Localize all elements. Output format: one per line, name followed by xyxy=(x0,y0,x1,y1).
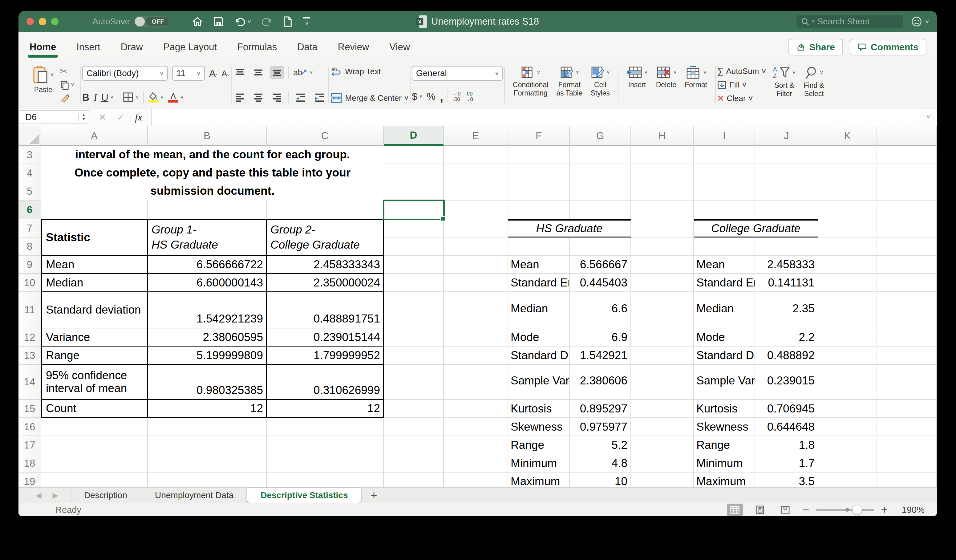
grid-cell[interactable] xyxy=(267,418,384,436)
stat-label[interactable]: Median xyxy=(41,274,148,292)
selected-cell-D6[interactable] xyxy=(383,200,445,220)
align-top-button[interactable] xyxy=(233,66,247,79)
format-as-table-button[interactable]: ˅ Formatas Table xyxy=(554,64,584,106)
output-value[interactable]: 2.2 xyxy=(755,328,818,346)
row-header-12[interactable]: 12 xyxy=(19,328,41,346)
zoom-percentage[interactable]: 190% xyxy=(897,505,925,515)
grid-cell[interactable] xyxy=(877,400,937,418)
grid-cell[interactable] xyxy=(818,400,877,418)
row-header-3[interactable]: 3 xyxy=(19,146,41,164)
grid-cell[interactable] xyxy=(384,292,444,328)
output-label[interactable]: Standard Error xyxy=(508,274,570,292)
grid-cell[interactable] xyxy=(631,346,694,365)
output-label[interactable]: Kurtosis xyxy=(694,400,755,418)
output-value[interactable]: 6.566667 xyxy=(570,256,631,274)
grid-cell[interactable] xyxy=(755,182,818,201)
grid-cell[interactable] xyxy=(267,472,384,487)
clear-button[interactable]: ✕Clear˅ xyxy=(717,93,766,104)
grid-cell[interactable] xyxy=(267,201,384,219)
output-value[interactable]: 0.445403 xyxy=(570,274,631,292)
zoom-slider[interactable] xyxy=(816,509,874,511)
output-value[interactable]: 1.542921 xyxy=(570,346,631,365)
row-header-11[interactable]: 11 xyxy=(19,292,41,328)
ribbon-tab-formulas[interactable]: Formulas xyxy=(237,38,277,56)
grid-cell[interactable] xyxy=(694,182,755,201)
grid-cell[interactable] xyxy=(444,346,508,365)
fill-color-button[interactable]: ˅ xyxy=(148,92,164,102)
grid-cell[interactable] xyxy=(444,400,508,418)
grid-cell[interactable] xyxy=(444,455,508,472)
ribbon-tab-page-layout[interactable]: Page Layout xyxy=(163,38,217,56)
align-bottom-button[interactable] xyxy=(270,66,284,79)
grid-cell[interactable] xyxy=(877,455,937,472)
grid-cell[interactable] xyxy=(631,182,694,201)
stat-value-group1[interactable]: 12 xyxy=(148,400,267,418)
grid-cell[interactable] xyxy=(384,346,444,365)
undo-button[interactable]: ˅ xyxy=(234,16,251,27)
grid-cell[interactable] xyxy=(508,201,570,219)
row-header-15[interactable]: 15 xyxy=(19,400,41,418)
font-color-button[interactable]: A˅ xyxy=(168,92,184,102)
stat-value-group2[interactable]: 2.350000024 xyxy=(267,274,384,292)
grid-cell[interactable] xyxy=(818,455,877,472)
grid-cell[interactable] xyxy=(818,274,877,292)
grid-cell[interactable] xyxy=(818,256,877,274)
stat-label[interactable]: 95% confidence interval of mean xyxy=(41,365,148,400)
output-label[interactable]: Standard Deviation xyxy=(508,346,570,365)
fullscreen-button[interactable] xyxy=(51,18,58,25)
grid-cell[interactable] xyxy=(444,164,508,182)
ribbon-tab-draw[interactable]: Draw xyxy=(120,38,143,56)
fill-button[interactable]: Fill˅ xyxy=(717,80,766,90)
column-header-K[interactable]: K xyxy=(818,126,877,146)
grid-cell[interactable] xyxy=(755,164,818,182)
grid-cell[interactable] xyxy=(508,146,570,164)
row-header-14[interactable]: 14 xyxy=(19,365,41,400)
redo-icon[interactable] xyxy=(261,16,272,27)
output-value[interactable]: 0.895297 xyxy=(570,400,631,418)
grid-cell[interactable] xyxy=(41,418,148,436)
grid-cell[interactable] xyxy=(631,146,694,164)
output-value[interactable]: 0.975977 xyxy=(570,418,631,436)
find-select-button[interactable]: ˅ Find &Select xyxy=(802,64,826,106)
copy-icon[interactable]: ˅ xyxy=(60,80,74,90)
grid-cell[interactable] xyxy=(148,455,267,472)
grid-cell[interactable] xyxy=(631,238,694,256)
stat-value-group1[interactable]: 6.566666722 xyxy=(148,256,267,274)
row-header-5[interactable]: 5 xyxy=(19,182,41,201)
comma-style-button[interactable]: , xyxy=(440,90,443,104)
output-value[interactable]: 2.380606 xyxy=(570,365,631,400)
grid-cell[interactable] xyxy=(444,472,508,487)
grid-cell[interactable] xyxy=(877,274,937,292)
grid-cell[interactable] xyxy=(444,256,508,274)
table-header-statistic[interactable]: Statistic xyxy=(41,219,148,256)
output-label[interactable]: Maximum xyxy=(694,472,755,487)
output-value[interactable]: 6.6 xyxy=(570,292,631,328)
column-header-partial[interactable] xyxy=(877,126,937,146)
output-label[interactable]: Sample Variance xyxy=(694,365,755,400)
grid-cell[interactable] xyxy=(631,365,694,400)
sort-filter-button[interactable]: AZ˅ Sort &Filter xyxy=(771,64,798,106)
normal-view-button[interactable] xyxy=(727,503,743,516)
grid-cell[interactable] xyxy=(818,182,877,201)
grid-cell[interactable] xyxy=(444,182,508,201)
search-sheet-field[interactable]: ˅ Search Sheet xyxy=(796,15,903,28)
align-middle-button[interactable] xyxy=(251,66,266,79)
output-value[interactable]: 6.9 xyxy=(570,328,631,346)
grid-cell[interactable] xyxy=(384,146,444,164)
grid-cell[interactable] xyxy=(444,146,508,164)
format-painter-icon[interactable] xyxy=(60,93,74,104)
number-format-select[interactable]: General˅ xyxy=(412,66,503,81)
grid-cell[interactable] xyxy=(818,201,877,219)
column-header-B[interactable]: B xyxy=(148,126,267,146)
grid-cell[interactable] xyxy=(384,182,444,201)
grid-cell[interactable] xyxy=(41,455,148,472)
grid-cell[interactable] xyxy=(631,328,694,346)
grid-cell[interactable] xyxy=(148,472,267,487)
grid-cell[interactable] xyxy=(267,436,384,455)
grid-cell[interactable] xyxy=(818,365,877,400)
wrap-text-button[interactable]: ab Wrap Text xyxy=(330,66,409,77)
stat-value-group2[interactable]: 12 xyxy=(267,400,384,418)
grid-cell[interactable] xyxy=(877,365,937,400)
grid-cell[interactable] xyxy=(818,346,877,365)
stat-value-group1[interactable]: 2.38060595 xyxy=(148,328,267,346)
